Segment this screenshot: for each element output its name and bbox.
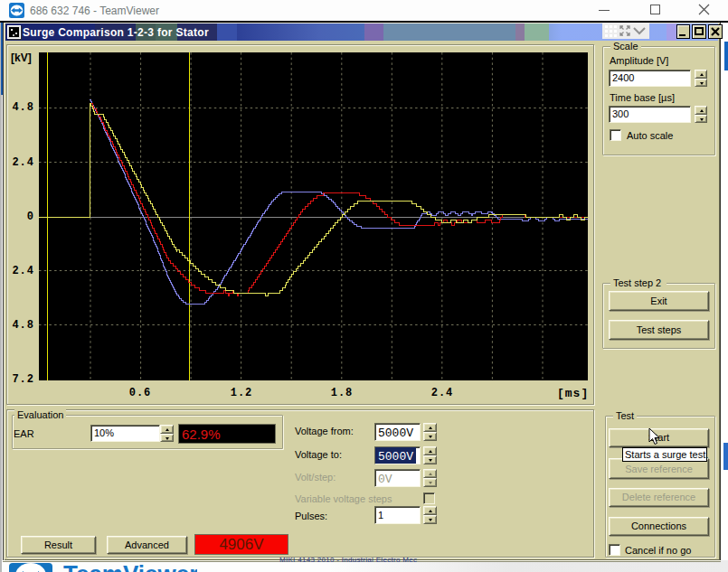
svg-text:TeamViewer: TeamViewer [63, 562, 197, 572]
